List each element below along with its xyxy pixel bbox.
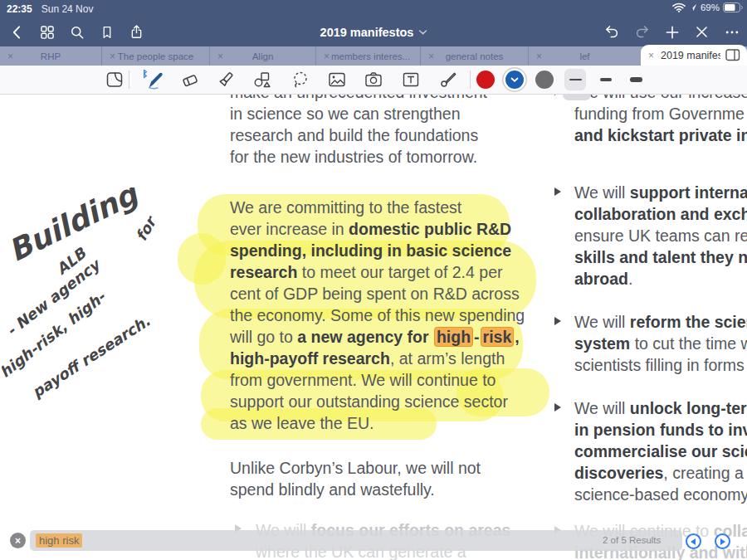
tab-members-interests[interactable]: ×members interes... bbox=[315, 46, 420, 66]
text-line: We will support internat bbox=[574, 182, 747, 203]
search-icon[interactable] bbox=[68, 23, 85, 41]
laser-pointer-tool[interactable] bbox=[437, 69, 459, 90]
lasso-tool[interactable] bbox=[290, 69, 311, 90]
scroll-indicator bbox=[563, 95, 591, 100]
back-button[interactable] bbox=[8, 23, 26, 41]
text-line: spending, including in basic science bbox=[230, 240, 525, 261]
text-line: research to meet our target of 2.4 per bbox=[230, 261, 525, 283]
tab-bar: ×RHP ×The people space ×Align ×members i… bbox=[0, 46, 747, 66]
camera-tool[interactable] bbox=[363, 69, 384, 90]
pen-tool-selected[interactable] bbox=[141, 69, 166, 90]
handwritten-annotation: Building for ALB - New agency high-risk,… bbox=[2, 187, 201, 405]
search-match-highlight: risk bbox=[481, 327, 515, 347]
bullet-icon bbox=[554, 187, 561, 196]
text-line: scientists filling in forms bbox=[574, 354, 747, 376]
text-line: cent of GDP being spent on R&D across bbox=[230, 283, 525, 304]
tab-close-icon[interactable]: × bbox=[110, 51, 115, 61]
stroke-thin-selected[interactable] bbox=[564, 69, 586, 90]
text-line: as we leave the EU. bbox=[230, 412, 525, 434]
wifi-icon bbox=[672, 2, 686, 12]
close-document-button[interactable] bbox=[693, 23, 710, 41]
tab-align[interactable]: ×Align bbox=[209, 46, 315, 66]
svg-text:for: for bbox=[132, 212, 160, 244]
text-line: abroad. bbox=[574, 268, 747, 290]
redo-button[interactable] bbox=[633, 23, 651, 41]
text-line: Unlike Corbyn’s Labour, we will not bbox=[230, 457, 481, 479]
paragraph-highlighted: We are committing to the fastestever inc… bbox=[230, 197, 525, 434]
document-title[interactable]: 2019 manifestos bbox=[320, 18, 427, 46]
bullet-icon bbox=[554, 403, 561, 411]
tab-close-icon[interactable]: × bbox=[217, 51, 223, 61]
bullet-item: We will unlock long-termin pension funds… bbox=[574, 397, 747, 505]
bullet-item: We will support internatcollaboration an… bbox=[574, 182, 747, 290]
text-tool[interactable] bbox=[400, 69, 422, 90]
chevron-down-icon bbox=[510, 77, 519, 83]
thumbnails-grid-icon[interactable] bbox=[38, 23, 56, 41]
ink-color-blue-selected[interactable] bbox=[505, 71, 524, 89]
paragraph: make an unprecedented investmentin scien… bbox=[230, 95, 487, 168]
text-line: We will reform the scien bbox=[574, 311, 747, 333]
tab-lef[interactable]: ×lef bbox=[528, 46, 641, 66]
sidebar-page-icon bbox=[725, 49, 740, 61]
text-line: collaboration and excha bbox=[574, 203, 747, 225]
search-close-button[interactable]: × bbox=[10, 533, 26, 548]
bluetooth-icon bbox=[144, 70, 147, 77]
add-page-button[interactable] bbox=[663, 23, 681, 41]
tab-the-people-space[interactable]: ×The people space bbox=[101, 46, 209, 66]
text-line: science-based economy bbox=[574, 484, 747, 505]
image-tool[interactable] bbox=[326, 69, 348, 90]
shapes-tool[interactable] bbox=[251, 69, 273, 90]
previous-result-button[interactable] bbox=[686, 533, 701, 549]
text-line: in pension funds to inve bbox=[574, 419, 747, 441]
text-line: ensure UK teams can rec bbox=[574, 225, 747, 246]
tab-close-icon[interactable]: × bbox=[648, 51, 654, 61]
next-result-button[interactable] bbox=[715, 533, 730, 549]
share-icon[interactable] bbox=[128, 23, 145, 41]
eraser-tool[interactable] bbox=[179, 69, 201, 90]
text-line: make an unprecedented investment bbox=[230, 95, 487, 103]
tab-close-icon[interactable]: × bbox=[324, 51, 330, 61]
text-line: from government. We will continue to bbox=[230, 369, 525, 391]
clock: 22:35 bbox=[7, 3, 32, 15]
bullet-item: We will reform the sciensystem to cut th… bbox=[574, 311, 747, 376]
chevron-down-icon bbox=[418, 30, 427, 35]
text-line: will go to a new agency for high-risk, bbox=[230, 326, 525, 348]
bookmark-icon[interactable] bbox=[98, 23, 115, 41]
ink-color-gray[interactable] bbox=[535, 71, 554, 89]
text-line: support our outstanding science sector bbox=[230, 391, 525, 412]
text-line: high-payoff research, at arm’s length bbox=[230, 348, 525, 369]
tab-2019-manifestos-active[interactable]: × 2019 manifestos bbox=[641, 45, 747, 66]
text-line: system to cut the time w bbox=[574, 333, 747, 354]
tab-close-icon[interactable]: × bbox=[7, 51, 13, 61]
bullet-item: We will use our increasedfunding from Go… bbox=[574, 95, 747, 146]
arrow-right-icon bbox=[720, 538, 725, 545]
text-line: We are committing to the fastest bbox=[230, 197, 525, 218]
document-canvas[interactable]: Building for ALB - New agency high-risk,… bbox=[0, 95, 747, 560]
arrow-left-icon bbox=[691, 538, 696, 545]
text-line: spend blindly and wastefully. bbox=[230, 479, 481, 500]
tab-close-icon[interactable]: × bbox=[536, 51, 542, 61]
status-bar: 22:35 Sun 24 Nov 69% bbox=[0, 0, 747, 18]
bullet-icon bbox=[554, 95, 561, 95]
paragraph: Unlike Corbyn’s Labour, we will notspend… bbox=[230, 457, 481, 500]
toolbar-divider bbox=[129, 71, 129, 89]
text-line: and kickstart private inv bbox=[574, 124, 747, 146]
page-curl-icon[interactable] bbox=[104, 69, 125, 90]
more-options-button[interactable] bbox=[723, 23, 740, 41]
date: Sun 24 Nov bbox=[42, 3, 94, 15]
stroke-medium[interactable] bbox=[595, 69, 617, 90]
text-line: research and build the foundations bbox=[230, 124, 487, 146]
ink-color-red[interactable] bbox=[476, 71, 495, 89]
tab-rhp[interactable]: ×RHP bbox=[0, 46, 101, 66]
highlighter-tool[interactable] bbox=[215, 69, 237, 90]
text-line: ever increase in domestic public R&D bbox=[230, 218, 525, 240]
text-line: the economy. Some of this new spending bbox=[230, 304, 525, 326]
stroke-thick[interactable] bbox=[625, 69, 647, 90]
text-line: We will use our increased bbox=[574, 95, 747, 103]
text-line: in science so we can strengthen bbox=[230, 103, 487, 124]
location-icon bbox=[689, 3, 697, 12]
tab-close-icon[interactable]: × bbox=[428, 51, 434, 61]
undo-button[interactable] bbox=[603, 23, 621, 41]
search-input[interactable]: high risk bbox=[30, 530, 682, 551]
tab-general-notes[interactable]: ×general notes bbox=[420, 46, 528, 66]
